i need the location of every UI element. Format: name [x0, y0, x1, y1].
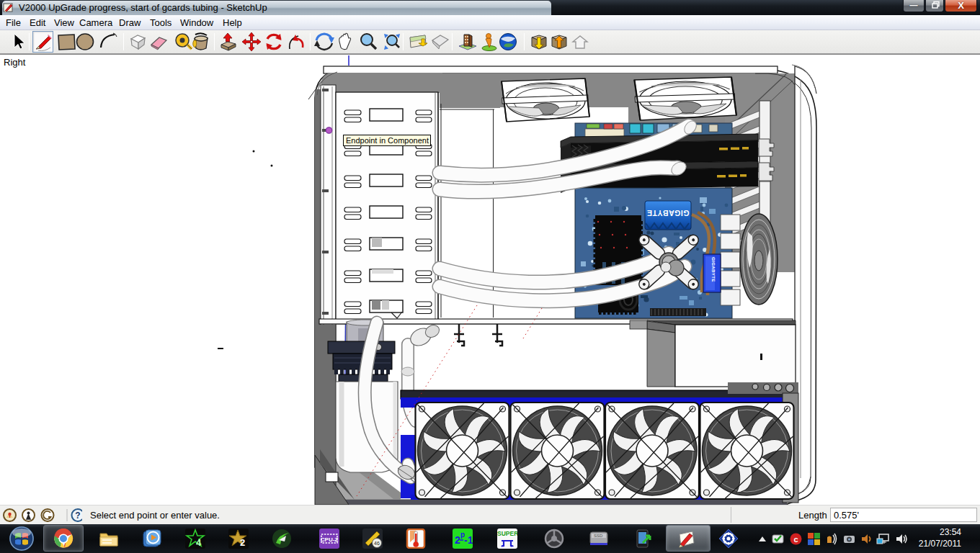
- svg-text:4: 4: [196, 537, 202, 548]
- svg-text:GIGABYTE: GIGABYTE: [647, 209, 690, 217]
- svg-text:SSD: SSD: [594, 534, 603, 538]
- svg-text:GIGABYTE: GIGABYTE: [711, 257, 716, 282]
- svg-text:-1: -1: [464, 534, 473, 546]
- svg-text:2: 2: [455, 534, 460, 546]
- svg-text:?: ?: [75, 511, 80, 521]
- svg-text:c: c: [793, 535, 798, 544]
- svg-text:46: 46: [374, 541, 380, 546]
- svg-text:SUPER: SUPER: [497, 530, 517, 537]
- svg-text:CPU-Z: CPU-Z: [321, 536, 339, 543]
- svg-text:2: 2: [240, 537, 245, 548]
